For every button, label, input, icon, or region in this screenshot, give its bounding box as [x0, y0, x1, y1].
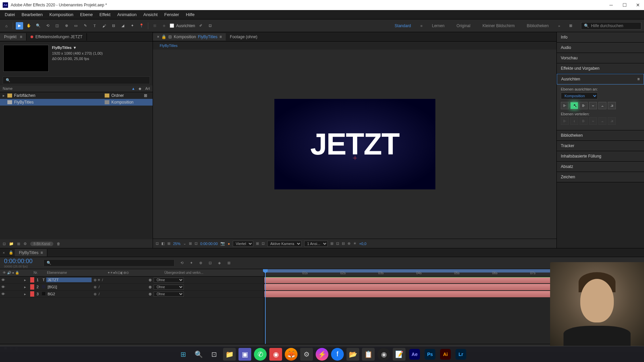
puppet-tool[interactable]: 📍	[138, 22, 145, 29]
taskbar-search[interactable]: 🔍	[192, 348, 205, 361]
expand-icon[interactable]: ▸	[20, 285, 30, 289]
snap-grid-icon[interactable]: ⊡	[207, 22, 214, 29]
timecode-display[interactable]: 0:00:00:00 00000 (25.00 fps)	[0, 258, 44, 268]
rotate-tool[interactable]: ⟲	[44, 22, 51, 29]
notepad-icon[interactable]: 📝	[393, 348, 406, 361]
menu-effect[interactable]: Effekt	[96, 11, 114, 18]
tl-tool-4-icon[interactable]: ⊡	[207, 260, 213, 266]
character-panel-header[interactable]: Zeichen	[557, 172, 644, 182]
paragraph-panel-header[interactable]: Absatz	[557, 162, 644, 172]
tl-tool-1-icon[interactable]: ⟲	[178, 260, 185, 266]
after-effects-icon[interactable]: Ae	[408, 348, 421, 361]
pickwhip-icon[interactable]: ⊚	[149, 278, 152, 282]
expand-icon[interactable]: ▸	[20, 292, 30, 296]
menu-file[interactable]: Datei	[1, 11, 18, 18]
workspace-overflow-icon[interactable]: »	[558, 24, 560, 28]
effect-controls-tab[interactable]: Effekteinstellungen JETZT	[26, 33, 87, 41]
expand-icon[interactable]: ▸	[3, 93, 7, 98]
pickwhip-icon[interactable]: ⊚	[149, 292, 152, 296]
info-panel-header[interactable]: Info	[557, 32, 644, 43]
menu-window[interactable]: Fenster	[161, 11, 182, 18]
col-name-header[interactable]: Name	[3, 86, 100, 91]
interpret-icon[interactable]: ⊡	[3, 242, 6, 246]
workspace-original[interactable]: Original	[454, 22, 473, 29]
dropdown-icon[interactable]: ▼	[73, 45, 77, 51]
label-color[interactable]	[30, 277, 34, 283]
shape-tool[interactable]: ▭	[72, 22, 79, 29]
start-button[interactable]: ⊞	[177, 348, 190, 361]
current-time[interactable]: 0:00:00:00	[200, 242, 218, 246]
expand-icon[interactable]: ▸	[20, 278, 30, 282]
menu-help[interactable]: Hilfe	[182, 11, 198, 18]
workspace-menu-icon[interactable]: ≡	[420, 24, 422, 28]
tab-menu-icon[interactable]: ≡	[219, 35, 222, 39]
project-item-comp[interactable]: FlyByTitles Komposition	[0, 99, 153, 106]
graph-tool[interactable]: ◈	[160, 22, 168, 29]
align-target-select[interactable]: Komposition	[561, 93, 598, 99]
visibility-toggle[interactable]: 👁	[1, 292, 5, 296]
hand-tool[interactable]: ✋	[25, 22, 33, 29]
view-opt2-icon[interactable]: ⊡	[336, 241, 339, 246]
app-icon-1[interactable]: ⚙	[300, 348, 313, 361]
pen-tool[interactable]: ✎	[82, 22, 89, 29]
whatsapp-icon[interactable]: ✆	[254, 348, 267, 361]
minimize-button[interactable]: ─	[608, 2, 614, 8]
home-tool[interactable]: ⌂	[3, 22, 10, 29]
label-color[interactable]	[30, 291, 34, 297]
quality-select[interactable]: Viertel	[233, 241, 253, 247]
view-opt3-icon[interactable]: ⊟	[342, 241, 345, 246]
align-vcenter-button[interactable]: ⫠	[598, 102, 606, 109]
layer-name[interactable]: [BG1]	[46, 285, 92, 289]
tl-tool-5-icon[interactable]: ◈	[216, 260, 223, 266]
obs-icon[interactable]: ◉	[377, 348, 390, 361]
visibility-toggle[interactable]: 👁	[1, 285, 5, 289]
align-top-button[interactable]: ⫟	[589, 102, 597, 109]
snap-option-icon[interactable]: ✐	[197, 22, 205, 29]
layer-row-2[interactable]: 👁 ▸ 2 [BG1] ⊕/ ⊚ Ohne	[0, 284, 264, 291]
menu-layer[interactable]: Ebene	[77, 11, 96, 18]
zoom-tool[interactable]: 🔍	[35, 22, 42, 29]
timeline-tab-menu-icon[interactable]: ≡	[41, 250, 43, 255]
text-tool[interactable]: T	[91, 22, 98, 29]
viewcount-select[interactable]: 1 Ansi...	[304, 241, 328, 247]
settings-icon[interactable]: ⚙	[23, 242, 27, 246]
back-icon[interactable]: ×	[157, 35, 159, 39]
project-item-folder[interactable]: ▸ Farbflächen Ordner ⊞	[0, 92, 153, 99]
tl-tool-3-icon[interactable]: ⊕	[197, 260, 204, 266]
bit-depth-badge[interactable]: 8-Bit-Kanal	[30, 242, 53, 246]
menu-animation[interactable]: Animation	[114, 11, 140, 18]
app-icon-red[interactable]: ◉	[269, 348, 282, 361]
teams-icon[interactable]: ▣	[238, 348, 251, 361]
align-right-button[interactable]: ⊪	[580, 102, 588, 109]
photoshop-icon[interactable]: Ps	[424, 348, 436, 361]
align-hcenter-button[interactable]: ⫞ ↖	[570, 102, 578, 109]
timeline-close-icon[interactable]: ×	[0, 249, 7, 256]
facebook-icon[interactable]: f	[331, 348, 344, 361]
selection-tool[interactable]: ▶	[16, 22, 23, 29]
tl-tool-6-icon[interactable]: ⊞	[225, 260, 232, 266]
tracker-panel-header[interactable]: Tracker	[557, 141, 644, 151]
brush-tool[interactable]: 🖌	[100, 22, 108, 29]
roto-tool[interactable]: ✦	[128, 22, 136, 29]
messenger-icon[interactable]: ⚡	[316, 348, 328, 361]
workspace-libraries[interactable]: Bibliotheken	[524, 22, 551, 29]
lock-icon[interactable]: 🔒	[161, 35, 166, 39]
grid-icon[interactable]: ⊡	[195, 241, 198, 246]
viewport[interactable]: JETZT	[153, 50, 556, 239]
view-opt1-icon[interactable]: ⊞	[330, 241, 333, 246]
align-left-button[interactable]: ⊩	[561, 102, 569, 109]
parent-select[interactable]: Ohne	[154, 278, 184, 283]
align-panel-header[interactable]: Ausrichten ≡	[557, 74, 644, 84]
help-search[interactable]: 🔍 Hilfe durchsuchen	[581, 22, 641, 29]
comp-new-icon[interactable]: ⊞	[17, 242, 20, 246]
channel-icon[interactable]: ◧	[161, 241, 165, 246]
firefox-icon[interactable]: 🦊	[285, 348, 298, 361]
visibility-toggle[interactable]: 👁	[1, 278, 5, 282]
maximize-button[interactable]: ☐	[621, 2, 628, 8]
audio-panel-header[interactable]: Audio	[557, 43, 644, 53]
workspace-learn[interactable]: Lernen	[429, 22, 447, 29]
zoom-value[interactable]: 25%	[173, 242, 180, 246]
folder-new-icon[interactable]: 📁	[9, 242, 14, 246]
mesh-tool[interactable]: ⊞	[151, 22, 158, 29]
close-button[interactable]: ✕	[635, 2, 641, 8]
